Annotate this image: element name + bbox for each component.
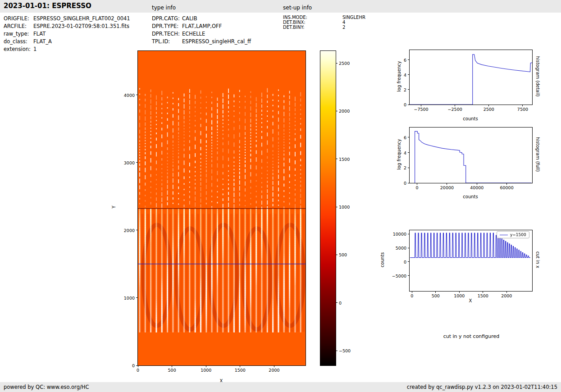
type-info-block: DPR.CATG:CALIBDPR.TYPE:FLAT,LAMP,OFFDPR.… [152,15,251,46]
page-title: 2023-01-01: ESPRESSO [4,2,91,10]
x-tickmark [455,105,455,106]
y-ticklabel: 0 [404,259,406,264]
header-bar: 2023-01-01: ESPRESSO type info set-up in… [0,0,561,13]
file-meta-row: raw_type:FLAT [4,30,130,38]
x-ticklabel: 20000 [440,185,454,190]
x-tickmark [421,105,421,106]
cut-in-y-note: cut in y not configured [426,333,516,339]
histogram-detail-xlabel: counts [452,116,488,122]
file-meta-row: ARCFILE:ESPRE.2023-01-02T09:58:01.351.fi… [4,23,130,30]
y-ticklabel: 1000 [124,295,135,300]
file-meta-value: 1 [33,46,36,52]
y-ticklabel: 0 [132,363,135,368]
file-meta-row: ORIGFILE:ESPRESSO_SINGLEHR_FLAT002_0041 [4,15,130,23]
type-info-row: TPL.ID:ESPRESSO_singleHR_cal_ff [152,38,251,46]
y-ticklabel: 2000 [124,228,135,232]
colorbar-tickmark [336,63,338,64]
histogram-detail-line [410,50,532,105]
colorbar-ticklabel: 1000 [339,205,350,210]
type-info-label: TPL.ID: [152,38,182,46]
x-tickmark [506,183,507,185]
setup-info-value: 4 [342,20,345,25]
x-ticklabel: 40000 [470,185,483,190]
type-info-value: CALIB [182,15,197,22]
file-meta-label: raw_type: [4,30,33,38]
x-ticklabel: −7500 [414,107,428,112]
colorbar-ticklabel: −500 [339,348,351,353]
x-ticklabel: 0 [416,185,419,190]
y-ticklabel: 0 [404,181,406,186]
x-tickmark [506,291,507,293]
type-info-row: DPR.TYPE:FLAT,LAMP,OFF [152,23,251,30]
file-meta-label: extension: [4,46,33,53]
x-tickmark [240,365,240,367]
colorbar-tickmark [336,255,338,255]
x-tickmark [435,291,436,293]
x-tickmark [488,105,489,106]
x-ticklabel: 2500 [483,107,494,112]
x-ticklabel: 2000 [501,293,512,298]
setup-info-row: DET.BINX:4 [283,20,365,25]
x-ticklabel: 7500 [517,107,528,112]
setup-info-label: INS.MODE: [283,15,342,20]
setup-info-label: DET.BINX: [283,20,342,25]
y-tickmark [136,162,138,163]
file-meta-row: do_class:FLAT_A [4,38,130,46]
cut-in-x-xlabel: X [452,298,488,304]
y-ticklabel: 3000 [124,160,135,165]
y-tickmark [136,365,138,366]
file-meta-value: FLAT [33,31,46,37]
y-ticklabel: 2 [404,87,406,92]
histogram-detail-ylabel: log frequency [396,50,402,104]
file-meta-row: extension:1 [4,46,130,53]
x-tickmark [522,105,523,106]
colorbar-ticklabel: 2000 [339,109,350,114]
y-ticklabel: 6 [404,57,406,62]
setup-info-row: DET.BINY:2 [283,25,365,30]
type-info-row: DPR.CATG:CALIB [152,15,251,23]
file-metadata-block: ORIGFILE:ESPRESSO_SINGLEHR_FLAT002_0041A… [4,15,130,53]
colorbar-tickmark [336,207,338,207]
x-tickmark [172,365,172,367]
x-tickmark [447,183,447,185]
x-ticklabel: 1500 [235,368,246,373]
y-ticklabel: 4 [404,72,406,77]
x-ticklabel: 500 [432,293,440,298]
cut-in-x-side-label: cut in x [535,233,541,287]
x-tickmark [477,183,477,185]
y-ticklabel: 0 [404,102,406,107]
y-ticklabel: 4000 [124,92,135,97]
histogram-detail-plot: −7500−2500250075000246 [409,50,533,105]
footer-bar: powered by QC: www.eso.org/HC created by… [0,382,561,392]
histogram-full-side-label: histogram (full) [535,128,541,182]
colorbar-tickmark [336,159,338,159]
footer-left-text: powered by QC: www.eso.org/HC [4,384,89,390]
file-meta-label: ARCFILE: [4,23,33,30]
qc-report-page: 2023-01-01: ESPRESSO type info set-up in… [0,0,561,392]
histogram-full-xlabel: counts [452,194,488,200]
type-info-heading: type info [152,5,176,11]
type-info-value: FLAT,LAMP,OFF [182,23,222,29]
y-tickmark [136,95,138,95]
legend-label: y=1500 [510,232,526,237]
type-info-row: DPR.TECH:ECHELLE [152,30,251,38]
x-tickmark [459,291,460,293]
colorbar: −50005001000150020002500 [320,50,336,366]
x-tickmark [412,291,412,293]
y-tickmark [136,230,138,230]
histogram-full-plot: 02000040000600000246 [409,127,533,183]
x-ticklabel: −2500 [448,107,462,112]
setup-info-label: DET.BINY: [283,25,342,30]
setup-info-value: SINGLEHR [342,15,365,20]
setup-info-block: INS.MODE:SINGLEHRDET.BINX:4DET.BINY:2 [283,15,365,30]
x-ticklabel: 2000 [269,368,279,373]
x-tickmark [274,365,274,367]
colorbar-ticklabel: 2500 [339,61,350,66]
footer-right-text: created by qc_rawdisp.py v1.2.3 on 2023-… [407,384,557,390]
y-ticklabel: 5000 [396,246,406,251]
file-meta-value: FLAT_A [33,38,52,45]
cut-in-x-line [410,230,532,291]
type-info-label: DPR.CATG: [152,15,182,23]
x-tickmark [483,291,483,293]
main-plot-ylabel: Y [111,180,117,234]
